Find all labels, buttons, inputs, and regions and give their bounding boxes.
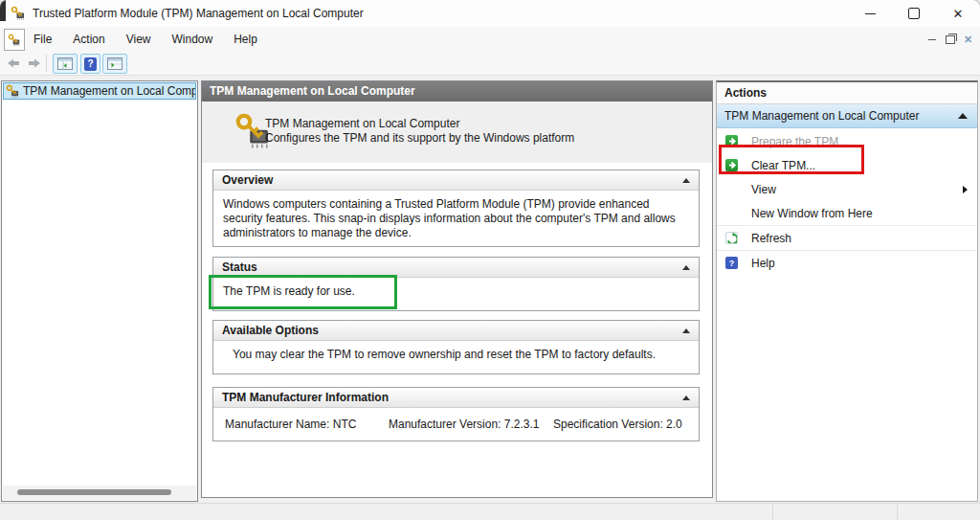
- action-help-label: Help: [751, 257, 775, 270]
- section-manufacturer-info: TPM Manufacturer Information Manufacture…: [212, 387, 700, 441]
- title-bar: Trusted Platform Module (TPM) Management…: [0, 0, 980, 28]
- tree-item-label: TPM Management on Local Compu: [23, 84, 195, 98]
- child-restore-button[interactable]: [941, 31, 959, 48]
- actions-panel: Actions TPM Management on Local Computer…: [716, 80, 978, 502]
- child-close-button[interactable]: ✕: [959, 31, 977, 48]
- tpm-key-icon: [6, 84, 20, 99]
- statusbar-divider: [897, 504, 898, 520]
- banner: TPM Management on Local Computer Configu…: [202, 102, 712, 163]
- app-window: Trusted Platform Module (TPM) Management…: [0, 0, 980, 520]
- available-options-text: You may clear the TPM to remove ownershi…: [213, 341, 699, 362]
- manufacturer-name-value: NTC: [333, 418, 357, 431]
- manufacturer-name-field: Manufacturer Name: NTC: [225, 418, 356, 432]
- console-tree-icon: [57, 57, 73, 70]
- banner-subtitle: Configures the TPM and its support by th…: [265, 131, 574, 146]
- section-available-options-header[interactable]: Available Options: [213, 321, 699, 341]
- collapse-icon[interactable]: [682, 396, 690, 400]
- help-toolbar-button[interactable]: ?: [80, 54, 100, 74]
- statusbar-divider: [772, 504, 773, 520]
- banner-text: TPM Management on Local Computer Configu…: [265, 117, 574, 146]
- specification-version-label: Specification Version:: [553, 418, 663, 431]
- menu-items: File Action View Window Help: [23, 27, 268, 52]
- section-overview-title: Overview: [222, 173, 273, 187]
- icon-spacer: [725, 207, 738, 219]
- actions-group-header[interactable]: TPM Management on Local Computer: [717, 104, 977, 128]
- manufacturer-version-label: Manufacturer Version:: [389, 418, 501, 431]
- minimize-icon: [865, 13, 876, 14]
- action-help[interactable]: ? Help: [717, 251, 977, 275]
- menu-help[interactable]: Help: [223, 27, 268, 52]
- minimize-button[interactable]: [848, 0, 892, 27]
- section-available-options-title: Available Options: [222, 324, 319, 337]
- show-action-pane-button[interactable]: [102, 54, 127, 74]
- restore-icon: [946, 35, 955, 44]
- close-button[interactable]: ✕: [936, 0, 980, 27]
- help-icon: ?: [84, 57, 97, 71]
- maximize-button[interactable]: [892, 0, 936, 27]
- status-bar: [0, 503, 980, 520]
- action-refresh-label: Refresh: [751, 232, 791, 245]
- section-available-options: Available Options You may clear the TPM …: [212, 320, 700, 374]
- refresh-icon: [725, 232, 738, 244]
- tpm-key-icon: [11, 6, 26, 21]
- specification-version-field: Specification Version: 2.0: [553, 418, 682, 432]
- window-edge-shadow: [0, 0, 6, 21]
- actions-header: Actions: [717, 82, 977, 104]
- show-console-tree-button[interactable]: [53, 54, 78, 74]
- section-overview-body: Windows computers containing a Trusted P…: [213, 191, 699, 240]
- console-tree-panel: TPM Management on Local Compu: [1, 80, 198, 502]
- action-new-window[interactable]: New Window from Here: [717, 201, 977, 225]
- collapse-icon[interactable]: [682, 328, 690, 333]
- manufacturer-fields: Manufacturer Name: NTC Manufacturer Vers…: [213, 408, 699, 443]
- specification-version-value: 2.0: [666, 418, 682, 431]
- close-icon: ✕: [953, 8, 964, 20]
- horizontal-scrollbar[interactable]: [3, 486, 196, 500]
- action-view[interactable]: View: [717, 177, 977, 201]
- banner-title: TPM Management on Local Computer: [265, 117, 574, 131]
- toolbar-separator: [46, 55, 47, 72]
- submenu-arrow-icon: [963, 186, 968, 193]
- actions-group-title: TPM Management on Local Computer: [724, 109, 919, 123]
- section-manufacturer-info-header[interactable]: TPM Manufacturer Information: [213, 388, 699, 408]
- menu-bar: File Action View Window Help ✕: [0, 27, 980, 53]
- section-overview: Overview Windows computers containing a …: [212, 170, 700, 247]
- help-icon: ?: [725, 257, 738, 269]
- section-manufacturer-info-title: TPM Manufacturer Information: [222, 391, 389, 404]
- main-panel-title: TPM Management on Local Computer: [202, 81, 712, 102]
- action-new-window-label: New Window from Here: [751, 207, 873, 220]
- menu-action[interactable]: Action: [62, 27, 115, 52]
- window-title: Trusted Platform Module (TPM) Management…: [33, 0, 364, 27]
- window-controls: ✕: [848, 0, 980, 27]
- section-overview-header[interactable]: Overview: [213, 170, 699, 191]
- action-pane-icon: [107, 57, 122, 70]
- maximize-icon: [908, 8, 920, 19]
- green-highlight-box-status: [209, 275, 397, 309]
- manufacturer-version-value: 7.2.3.1: [504, 418, 540, 431]
- scrollbar-thumb[interactable]: [17, 489, 171, 495]
- tree-item-tpm-management[interactable]: TPM Management on Local Compu: [3, 82, 196, 100]
- menu-file[interactable]: File: [23, 27, 62, 52]
- back-arrow-icon[interactable]: [6, 57, 22, 70]
- collapse-icon[interactable]: [682, 178, 690, 183]
- child-window-controls: ✕: [923, 30, 977, 49]
- menu-window[interactable]: Window: [162, 27, 224, 52]
- manufacturer-version-field: Manufacturer Version: 7.2.3.1: [389, 418, 539, 432]
- close-icon: ✕: [964, 34, 972, 45]
- menu-view[interactable]: View: [116, 27, 162, 52]
- section-status-title: Status: [222, 260, 257, 274]
- icon-spacer: [725, 183, 738, 195]
- forward-arrow-icon[interactable]: [26, 57, 42, 70]
- manufacturer-name-label: Manufacturer Name:: [225, 418, 329, 431]
- collapse-icon[interactable]: [682, 265, 690, 270]
- toolbar: ?: [0, 52, 980, 76]
- child-minimize-button[interactable]: [923, 31, 941, 48]
- minimize-icon: [928, 39, 936, 40]
- collapse-icon[interactable]: [958, 113, 968, 119]
- red-highlight-box-clear-tpm: [719, 145, 864, 174]
- action-refresh[interactable]: Refresh: [717, 226, 977, 250]
- action-view-label: View: [751, 183, 776, 196]
- system-menu-button[interactable]: [4, 29, 25, 51]
- tpm-key-icon: [8, 34, 21, 47]
